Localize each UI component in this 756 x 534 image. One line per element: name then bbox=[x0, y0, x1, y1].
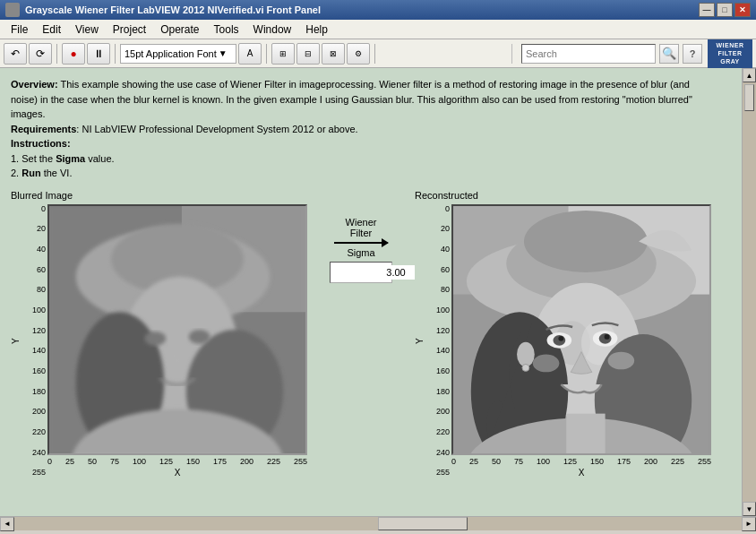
ni-logo: WIENER FILTER GRAY bbox=[708, 39, 752, 68]
bottom-scrollbar[interactable]: ◄ ► bbox=[0, 516, 756, 530]
reconstructed-x-label: X bbox=[451, 468, 711, 478]
help-button[interactable]: ? bbox=[683, 44, 702, 64]
window-icon bbox=[5, 3, 20, 17]
search-button[interactable]: 🔍 bbox=[659, 44, 679, 64]
search-input[interactable] bbox=[526, 48, 633, 59]
blurred-y-axis: 0 20 40 60 80 100 120 140 160 180 200 22… bbox=[22, 204, 47, 478]
search-area: 🔍 ? bbox=[511, 44, 702, 64]
svg-point-34 bbox=[517, 341, 535, 366]
toolbar-separator-3 bbox=[266, 44, 267, 64]
overview-text-content: This example showing the use case of Wie… bbox=[11, 79, 692, 119]
reconstructed-x-axis: 0 25 50 75 100 125 150 175 200 225 255 bbox=[451, 455, 711, 466]
scroll-down-button[interactable]: ▼ bbox=[743, 502, 756, 516]
reconstructed-graph-area: Y 0 20 40 60 80 100 120 140 160 180 200 … bbox=[415, 204, 711, 478]
window-title: Grayscale Wiener Filter LabVIEW 2012 NIV… bbox=[25, 4, 699, 15]
panel[interactable]: Overview: This example showing the use c… bbox=[0, 68, 742, 516]
reconstructed-image-container: Reconstructed Y 0 20 40 60 80 100 120 14… bbox=[415, 190, 711, 478]
menu-help[interactable]: Help bbox=[298, 22, 335, 38]
reconstructed-canvas bbox=[451, 204, 711, 455]
distribute-button[interactable]: ⊟ bbox=[296, 43, 320, 65]
reconstructed-image-label: Reconstructed bbox=[415, 190, 711, 201]
menu-tools[interactable]: Tools bbox=[207, 22, 246, 38]
scroll-track bbox=[743, 82, 756, 502]
text-size-button[interactable]: A bbox=[238, 43, 262, 65]
blurred-x-axis: 0 25 50 75 100 125 150 175 200 225 255 bbox=[47, 455, 307, 466]
blurred-canvas bbox=[47, 204, 307, 455]
instruction-2: 2. Run the VI. bbox=[11, 166, 718, 181]
blurred-image-container: Blurred Image Y 0 20 40 60 80 100 120 14… bbox=[11, 190, 307, 478]
refresh-button[interactable]: ⟳ bbox=[29, 43, 52, 65]
toolbar-separator-2 bbox=[115, 44, 116, 64]
sigma-label: Sigma bbox=[347, 247, 374, 258]
scroll-left-button[interactable]: ◄ bbox=[0, 517, 14, 531]
reconstructed-y-axis-label: Y bbox=[415, 204, 425, 478]
overview-section: Overview: This example showing the use c… bbox=[11, 77, 718, 181]
svg-point-31 bbox=[605, 333, 610, 339]
blurred-plot-area: 0 25 50 75 100 125 150 175 200 225 255 bbox=[47, 204, 307, 478]
menu-file[interactable]: File bbox=[4, 22, 35, 38]
arrow-container bbox=[334, 242, 388, 244]
align-button[interactable]: ⊞ bbox=[271, 43, 295, 65]
font-dropdown-arrow: ▼ bbox=[219, 48, 228, 58]
blurred-image-label: Blurred Image bbox=[11, 190, 307, 201]
toolbar-separator-1 bbox=[56, 44, 57, 64]
requirements-paragraph: Requirements: NI LabVIEW Professional De… bbox=[11, 122, 718, 137]
minimize-button[interactable]: — bbox=[699, 3, 715, 17]
inst-bold: Instructions: bbox=[11, 138, 71, 149]
images-section: Blurred Image Y 0 20 40 60 80 100 120 14… bbox=[11, 190, 731, 478]
svg-rect-12 bbox=[49, 206, 305, 453]
svg-point-33 bbox=[608, 351, 635, 369]
search-separator bbox=[511, 44, 512, 64]
h-scroll-track bbox=[14, 517, 742, 530]
resize-button[interactable]: ⊠ bbox=[322, 43, 345, 65]
toolbar: ↶ ⟳ ● ⏸ 15pt Application Font ▼ A ⊞ ⊟ ⊠ … bbox=[0, 39, 756, 68]
order-button[interactable]: ⚙ bbox=[347, 43, 370, 65]
window-controls: — □ ✕ bbox=[699, 3, 751, 17]
blurred-graph-area: Y 0 20 40 60 80 100 120 140 160 180 200 … bbox=[11, 204, 307, 478]
reconstructed-y-axis: 0 20 40 60 80 100 120 140 160 180 200 22… bbox=[426, 204, 451, 478]
sigma-input-container: ▲ ▼ bbox=[330, 262, 392, 283]
blurred-image-svg bbox=[49, 206, 305, 453]
reconstructed-image-svg bbox=[453, 206, 709, 453]
blurred-x-label: X bbox=[47, 468, 307, 478]
instruction-1: 1. Set the Sigma value. bbox=[11, 151, 718, 167]
reconstructed-plot-area: 0 25 50 75 100 125 150 175 200 225 255 bbox=[451, 204, 711, 478]
scroll-up-button[interactable]: ▲ bbox=[743, 68, 756, 82]
wiener-filter-section: Wiener Filter Sigma ▲ ▼ bbox=[316, 217, 406, 283]
title-bar: Grayscale Wiener Filter LabVIEW 2012 NIV… bbox=[0, 0, 756, 20]
h-scroll-thumb[interactable] bbox=[378, 517, 468, 530]
main-area: Overview: This example showing the use c… bbox=[0, 68, 756, 516]
req-text: : NI LabVIEW Professional Development Sy… bbox=[76, 124, 357, 134]
svg-point-18 bbox=[524, 210, 648, 271]
svg-rect-25 bbox=[566, 413, 605, 452]
instructions-paragraph: Instructions: bbox=[11, 136, 718, 151]
wiener-label-line1: Wiener Filter bbox=[346, 217, 377, 238]
svg-point-30 bbox=[558, 335, 563, 340]
svg-point-35 bbox=[522, 364, 529, 371]
scroll-right-button[interactable]: ► bbox=[742, 517, 756, 531]
svg-point-32 bbox=[533, 354, 560, 372]
back-button[interactable]: ↶ bbox=[4, 43, 27, 65]
menu-bar: File Edit View Project Operate Tools Win… bbox=[0, 20, 756, 39]
blurred-y-axis-label: Y bbox=[11, 204, 21, 478]
menu-operate[interactable]: Operate bbox=[153, 22, 206, 38]
maximize-button[interactable]: □ bbox=[717, 3, 733, 17]
menu-edit[interactable]: Edit bbox=[35, 22, 68, 38]
overview-paragraph: Overview: This example showing the use c… bbox=[11, 77, 718, 122]
right-scrollbar[interactable]: ▲ ▼ bbox=[742, 68, 756, 516]
wiener-arrow bbox=[334, 242, 388, 244]
close-button[interactable]: ✕ bbox=[735, 3, 751, 17]
scroll-thumb[interactable] bbox=[744, 84, 754, 111]
req-bold: Requirements bbox=[11, 124, 76, 134]
font-name: 15pt Application Font bbox=[125, 48, 217, 59]
font-selector[interactable]: 15pt Application Font ▼ bbox=[120, 44, 236, 64]
overview-bold-label: Overview: bbox=[11, 79, 58, 90]
stop-button[interactable]: ● bbox=[62, 43, 85, 65]
pause-button[interactable]: ⏸ bbox=[87, 43, 110, 65]
menu-window[interactable]: Window bbox=[246, 22, 299, 38]
toolbar-separator-4 bbox=[374, 44, 375, 64]
menu-view[interactable]: View bbox=[68, 22, 106, 38]
menu-project[interactable]: Project bbox=[106, 22, 153, 38]
search-box bbox=[521, 44, 656, 64]
